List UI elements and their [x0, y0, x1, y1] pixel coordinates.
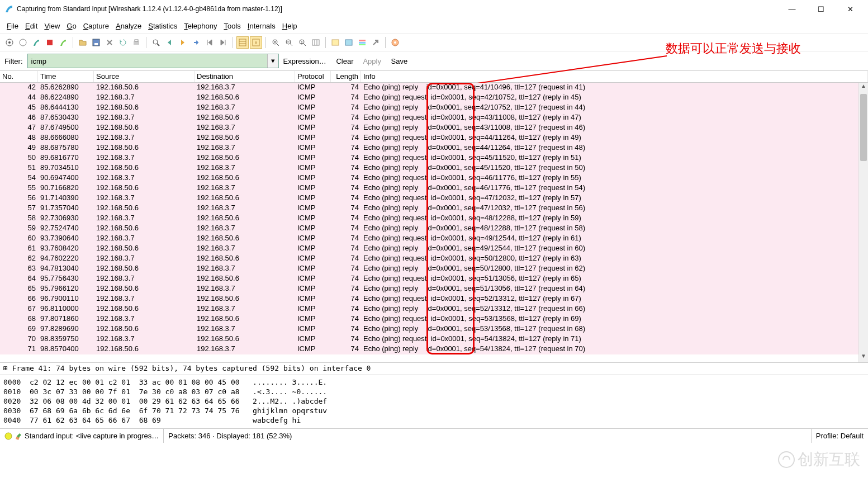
- packet-row[interactable]: 5691.7140390192.168.3.7192.168.50.6ICMP7…: [0, 193, 868, 204]
- reload-icon[interactable]: [117, 36, 129, 49]
- packet-row[interactable]: 6193.7608420192.168.50.6192.168.3.7ICMP7…: [0, 244, 868, 254]
- packet-row[interactable]: 4888.6666080192.168.3.7192.168.50.6ICMP7…: [0, 133, 868, 143]
- menubar: FileEditViewGoCaptureAnalyzeStatisticsTe…: [0, 18, 868, 34]
- autoscroll-icon[interactable]: [250, 36, 262, 49]
- status-profile[interactable]: Profile: Default: [812, 429, 868, 443]
- menu-analyze[interactable]: Analyze: [113, 21, 144, 31]
- packet-row[interactable]: 4988.6875780192.168.50.6192.168.3.7ICMP7…: [0, 143, 868, 153]
- svg-rect-24: [312, 40, 319, 45]
- packet-list[interactable]: 4285.6262890192.168.50.6192.168.3.7ICMP7…: [0, 83, 868, 362]
- packet-row[interactable]: 5490.6947400192.168.3.7192.168.50.6ICMP7…: [0, 173, 868, 183]
- expert-info-icon[interactable]: [4, 432, 12, 440]
- packet-row[interactable]: 7198.8570400192.168.50.6192.168.3.7ICMP7…: [0, 344, 868, 354]
- col-time[interactable]: Time: [38, 71, 94, 82]
- menu-help[interactable]: Help: [280, 21, 300, 31]
- packet-row[interactable]: 5189.7034510192.168.50.6192.168.3.7ICMP7…: [0, 163, 868, 173]
- packet-row[interactable]: 5590.7166820192.168.50.6192.168.3.7ICMP7…: [0, 183, 868, 193]
- menu-tools[interactable]: Tools: [222, 21, 243, 31]
- packet-row[interactable]: 5992.7524740192.168.50.6192.168.3.7ICMP7…: [0, 224, 868, 234]
- goto-last-icon[interactable]: [217, 36, 229, 49]
- status-left: Standard input: <live capture in progres…: [0, 429, 164, 443]
- col-protocol[interactable]: Protocol: [295, 71, 331, 82]
- apply-link[interactable]: Apply: [363, 57, 381, 65]
- packet-row[interactable]: 4285.6262890192.168.50.6192.168.3.7ICMP7…: [0, 83, 868, 93]
- interfaces-icon[interactable]: [3, 36, 16, 49]
- maximize-button[interactable]: ☐: [813, 5, 829, 13]
- vertical-scrollbar[interactable]: ▲ ▼: [858, 83, 868, 362]
- packet-row[interactable]: 4787.6749500192.168.50.6192.168.3.7ICMP7…: [0, 123, 868, 133]
- find-icon[interactable]: [150, 36, 162, 49]
- col-destination[interactable]: Destination: [195, 71, 295, 82]
- packet-row[interactable]: 6595.7966120192.168.50.6192.168.3.7ICMP7…: [0, 284, 868, 294]
- menu-capture[interactable]: Capture: [81, 21, 111, 31]
- packet-row[interactable]: 6495.7756430192.168.3.7192.168.50.6ICMP7…: [0, 274, 868, 284]
- expression-link[interactable]: Expression…: [283, 57, 326, 65]
- restart-capture-icon[interactable]: [57, 36, 69, 49]
- packet-row[interactable]: 5892.7306930192.168.3.7192.168.50.6ICMP7…: [0, 214, 868, 224]
- svg-rect-29: [359, 40, 366, 41]
- display-filters-icon[interactable]: [343, 36, 355, 49]
- packet-row[interactable]: 6897.8071860192.168.3.7192.168.50.6ICMP7…: [0, 314, 868, 324]
- help-icon[interactable]: [389, 36, 401, 49]
- resize-columns-icon[interactable]: [310, 36, 322, 49]
- col-length[interactable]: Length: [331, 71, 361, 82]
- packet-row[interactable]: 4687.6530430192.168.3.7192.168.50.6ICMP7…: [0, 113, 868, 123]
- packet-row[interactable]: 6394.7813040192.168.50.6192.168.3.7ICMP7…: [0, 264, 868, 274]
- filter-input[interactable]: [28, 57, 267, 65]
- options-icon[interactable]: [17, 36, 29, 49]
- clear-link[interactable]: Clear: [336, 57, 353, 65]
- start-capture-icon[interactable]: [30, 36, 42, 49]
- menu-telephony[interactable]: Telephony: [182, 21, 219, 31]
- packet-row[interactable]: 6294.7602220192.168.3.7192.168.50.6ICMP7…: [0, 254, 868, 264]
- minimize-button[interactable]: —: [784, 5, 800, 13]
- preferences-icon[interactable]: [369, 36, 382, 49]
- col-source[interactable]: Source: [94, 71, 195, 82]
- col-no[interactable]: No.: [0, 71, 38, 82]
- zoom-reset-icon[interactable]: 1: [296, 36, 309, 49]
- goto-icon[interactable]: [190, 36, 202, 49]
- menu-internals[interactable]: Internals: [245, 21, 278, 31]
- goto-first-icon[interactable]: [203, 36, 216, 49]
- scroll-thumb[interactable]: [860, 94, 867, 161]
- print-icon[interactable]: [130, 36, 143, 49]
- packet-row[interactable]: 4586.6444130192.168.50.6192.168.3.7ICMP7…: [0, 103, 868, 113]
- edit-capture-icon[interactable]: [15, 432, 22, 440]
- close-button[interactable]: ✕: [842, 5, 858, 13]
- menu-edit[interactable]: Edit: [23, 21, 40, 31]
- packet-row[interactable]: 6093.7390640192.168.3.7192.168.50.6ICMP7…: [0, 234, 868, 244]
- menu-go[interactable]: Go: [64, 21, 78, 31]
- packet-row[interactable]: 4486.6224890192.168.3.7192.168.50.6ICMP7…: [0, 93, 868, 103]
- packet-bytes-hex[interactable]: 0000 c2 02 12 ec 00 01 c2 01 33 ac 00 01…: [0, 375, 868, 428]
- open-icon[interactable]: [77, 36, 89, 49]
- colorize-icon[interactable]: [236, 36, 249, 49]
- statusbar: Standard input: <live capture in progres…: [0, 428, 868, 443]
- packet-details-tree[interactable]: ⊞ Frame 41: 74 bytes on wire (592 bits),…: [0, 362, 868, 375]
- svg-rect-27: [332, 40, 339, 45]
- menu-view[interactable]: View: [42, 21, 62, 31]
- filter-input-wrap: ▾: [27, 54, 279, 68]
- col-info[interactable]: Info: [361, 71, 868, 82]
- stop-capture-icon[interactable]: [44, 36, 56, 49]
- save-link[interactable]: Save: [391, 57, 408, 65]
- forward-icon[interactable]: [177, 36, 189, 49]
- svg-line-15: [277, 44, 279, 46]
- save-icon[interactable]: [90, 36, 102, 49]
- zoom-out-icon[interactable]: [283, 36, 295, 49]
- close-file-icon[interactable]: [103, 36, 116, 49]
- menu-statistics[interactable]: Statistics: [146, 21, 179, 31]
- svg-rect-7: [135, 40, 138, 41]
- menu-file[interactable]: File: [4, 21, 21, 31]
- svg-rect-28: [345, 40, 352, 45]
- capture-filters-icon[interactable]: [329, 36, 341, 49]
- packet-row[interactable]: 5791.7357040192.168.50.6192.168.3.7ICMP7…: [0, 204, 868, 214]
- svg-text:1: 1: [301, 40, 303, 44]
- back-icon[interactable]: [163, 36, 176, 49]
- coloring-rules-icon[interactable]: [356, 36, 368, 49]
- packet-row[interactable]: 6997.8289690192.168.50.6192.168.3.7ICMP7…: [0, 324, 868, 334]
- packet-row[interactable]: 6796.8110000192.168.50.6192.168.3.7ICMP7…: [0, 304, 868, 314]
- packet-row[interactable]: 6696.7900110192.168.3.7192.168.50.6ICMP7…: [0, 294, 868, 304]
- packet-row[interactable]: 5089.6816770192.168.3.7192.168.50.6ICMP7…: [0, 153, 868, 163]
- packet-row[interactable]: 7098.8359750192.168.3.7192.168.50.6ICMP7…: [0, 334, 868, 344]
- filter-dropdown-icon[interactable]: ▾: [267, 54, 278, 68]
- zoom-in-icon[interactable]: [269, 36, 282, 49]
